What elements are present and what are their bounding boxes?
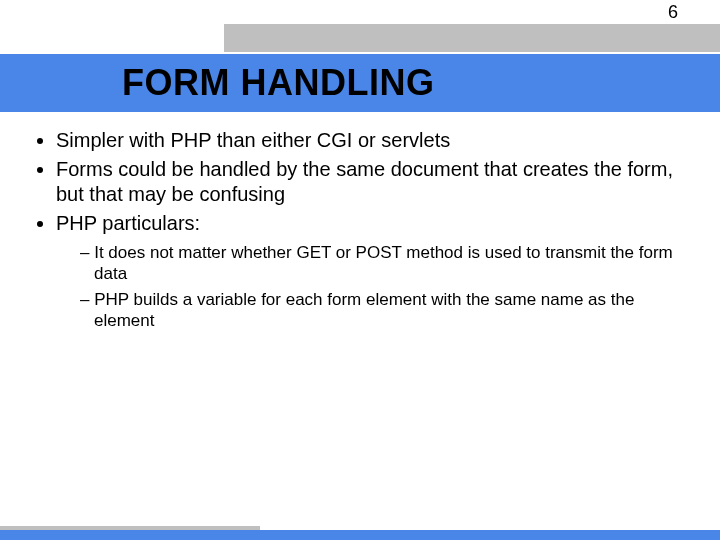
title-band: FORM HANDLING [0, 54, 720, 112]
sub-bullet-item: It does not matter whether GET or POST m… [80, 242, 692, 285]
bullet-item: Forms could be handled by the same docum… [56, 157, 692, 207]
bullet-item: Simpler with PHP than either CGI or serv… [56, 128, 692, 153]
bullet-text: PHP particulars: [56, 212, 200, 234]
slide: 6 FORM HANDLING Simpler with PHP than ei… [0, 0, 720, 540]
bullet-item: PHP particulars: It does not matter whet… [56, 211, 692, 331]
header-grey-bar [224, 24, 720, 52]
footer-bar [0, 530, 720, 540]
slide-content: Simpler with PHP than either CGI or serv… [28, 128, 692, 335]
sub-bullet-item: PHP builds a variable for each form elem… [80, 289, 692, 332]
slide-title: FORM HANDLING [122, 62, 434, 104]
page-number: 6 [668, 2, 678, 23]
